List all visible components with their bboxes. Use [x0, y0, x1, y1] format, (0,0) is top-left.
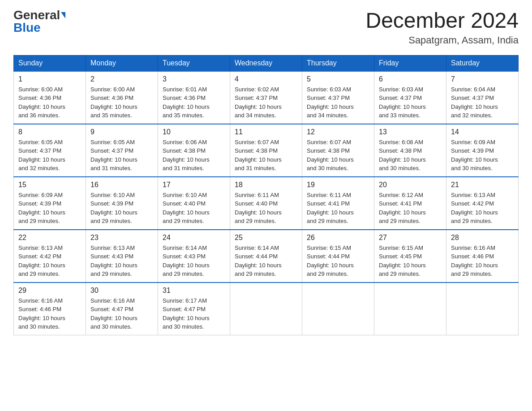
calendar-week-5: 29 Sunrise: 6:16 AMSunset: 4:46 PMDaylig… — [14, 283, 519, 335]
day-info: Sunrise: 6:11 AMSunset: 4:40 PMDaylight:… — [235, 192, 282, 225]
table-row: 24 Sunrise: 6:14 AMSunset: 4:43 PMDaylig… — [158, 230, 230, 283]
day-number: 26 — [307, 234, 369, 242]
calendar-week-4: 22 Sunrise: 6:13 AMSunset: 4:42 PMDaylig… — [14, 230, 519, 283]
day-info: Sunrise: 6:02 AMSunset: 4:37 PMDaylight:… — [235, 86, 282, 119]
table-row: 19 Sunrise: 6:11 AMSunset: 4:41 PMDaylig… — [302, 177, 374, 230]
table-row: 3 Sunrise: 6:01 AMSunset: 4:36 PMDayligh… — [158, 71, 230, 124]
day-info: Sunrise: 6:13 AMSunset: 4:43 PMDaylight:… — [90, 244, 137, 278]
day-number: 18 — [235, 181, 297, 189]
day-info: Sunrise: 6:12 AMSunset: 4:41 PMDaylight:… — [379, 192, 426, 225]
day-number: 31 — [163, 287, 225, 295]
table-row: 31 Sunrise: 6:17 AMSunset: 4:47 PMDaylig… — [158, 283, 230, 335]
table-row: 11 Sunrise: 6:07 AMSunset: 4:38 PMDaylig… — [230, 124, 302, 177]
table-row: 30 Sunrise: 6:16 AMSunset: 4:47 PMDaylig… — [86, 283, 158, 335]
table-row: 21 Sunrise: 6:13 AMSunset: 4:42 PMDaylig… — [446, 177, 519, 230]
day-info: Sunrise: 6:15 AMSunset: 4:45 PMDaylight:… — [379, 244, 426, 278]
table-row: 6 Sunrise: 6:03 AMSunset: 4:37 PMDayligh… — [374, 71, 446, 124]
day-number: 25 — [235, 234, 297, 242]
day-info: Sunrise: 6:00 AMSunset: 4:36 PMDaylight:… — [18, 86, 65, 119]
table-row: 18 Sunrise: 6:11 AMSunset: 4:40 PMDaylig… — [230, 177, 302, 230]
col-tuesday: Tuesday — [158, 55, 230, 71]
day-info: Sunrise: 6:17 AMSunset: 4:47 PMDaylight:… — [163, 297, 210, 330]
table-row: 29 Sunrise: 6:16 AMSunset: 4:46 PMDaylig… — [14, 283, 86, 335]
table-row — [302, 283, 374, 335]
day-info: Sunrise: 6:01 AMSunset: 4:36 PMDaylight:… — [163, 86, 210, 119]
day-info: Sunrise: 6:14 AMSunset: 4:43 PMDaylight:… — [163, 244, 210, 278]
table-row — [230, 283, 302, 335]
day-info: Sunrise: 6:16 AMSunset: 4:47 PMDaylight:… — [90, 297, 137, 330]
calendar-week-1: 1 Sunrise: 6:00 AMSunset: 4:36 PMDayligh… — [14, 71, 519, 124]
day-info: Sunrise: 6:09 AMSunset: 4:39 PMDaylight:… — [18, 192, 65, 225]
logo-blue-text: Blue — [13, 21, 41, 34]
calendar-week-2: 8 Sunrise: 6:05 AMSunset: 4:37 PMDayligh… — [14, 124, 519, 177]
day-info: Sunrise: 6:13 AMSunset: 4:42 PMDaylight:… — [18, 244, 65, 278]
day-info: Sunrise: 6:00 AMSunset: 4:36 PMDaylight:… — [90, 86, 137, 119]
calendar-subtitle: Sapatgram, Assam, India — [365, 34, 519, 46]
day-info: Sunrise: 6:07 AMSunset: 4:38 PMDaylight:… — [235, 139, 282, 172]
day-info: Sunrise: 6:07 AMSunset: 4:38 PMDaylight:… — [307, 139, 354, 172]
logo: General Blue — [13, 9, 65, 34]
table-row: 4 Sunrise: 6:02 AMSunset: 4:37 PMDayligh… — [230, 71, 302, 124]
day-info: Sunrise: 6:16 AMSunset: 4:46 PMDaylight:… — [18, 297, 65, 330]
calendar-title: December 2024 — [365, 9, 519, 33]
col-sunday: Sunday — [14, 55, 86, 71]
table-row: 17 Sunrise: 6:10 AMSunset: 4:40 PMDaylig… — [158, 177, 230, 230]
day-info: Sunrise: 6:03 AMSunset: 4:37 PMDaylight:… — [307, 86, 354, 119]
table-row: 27 Sunrise: 6:15 AMSunset: 4:45 PMDaylig… — [374, 230, 446, 283]
day-number: 29 — [18, 287, 81, 295]
day-number: 19 — [307, 181, 369, 189]
day-info: Sunrise: 6:03 AMSunset: 4:37 PMDaylight:… — [379, 86, 426, 119]
day-number: 14 — [451, 128, 514, 136]
day-info: Sunrise: 6:09 AMSunset: 4:39 PMDaylight:… — [451, 139, 498, 172]
table-row: 15 Sunrise: 6:09 AMSunset: 4:39 PMDaylig… — [14, 177, 86, 230]
day-info: Sunrise: 6:10 AMSunset: 4:39 PMDaylight:… — [90, 192, 137, 225]
table-row: 10 Sunrise: 6:06 AMSunset: 4:38 PMDaylig… — [158, 124, 230, 177]
table-row: 7 Sunrise: 6:04 AMSunset: 4:37 PMDayligh… — [446, 71, 519, 124]
table-row: 1 Sunrise: 6:00 AMSunset: 4:36 PMDayligh… — [14, 71, 86, 124]
table-row: 20 Sunrise: 6:12 AMSunset: 4:41 PMDaylig… — [374, 177, 446, 230]
day-info: Sunrise: 6:06 AMSunset: 4:38 PMDaylight:… — [163, 139, 210, 172]
day-number: 20 — [379, 181, 442, 189]
day-info: Sunrise: 6:16 AMSunset: 4:46 PMDaylight:… — [451, 244, 498, 278]
col-saturday: Saturday — [446, 55, 519, 71]
logo-arrow-icon — [61, 12, 65, 18]
day-number: 27 — [379, 234, 442, 242]
day-number: 4 — [235, 75, 297, 83]
day-number: 15 — [18, 181, 81, 189]
day-info: Sunrise: 6:11 AMSunset: 4:41 PMDaylight:… — [307, 192, 354, 225]
day-number: 23 — [90, 234, 153, 242]
day-number: 17 — [163, 181, 225, 189]
day-number: 5 — [307, 75, 369, 83]
day-info: Sunrise: 6:04 AMSunset: 4:37 PMDaylight:… — [451, 86, 498, 119]
day-info: Sunrise: 6:08 AMSunset: 4:38 PMDaylight:… — [379, 139, 426, 172]
table-row: 9 Sunrise: 6:05 AMSunset: 4:37 PMDayligh… — [86, 124, 158, 177]
calendar-week-3: 15 Sunrise: 6:09 AMSunset: 4:39 PMDaylig… — [14, 177, 519, 230]
day-number: 12 — [307, 128, 369, 136]
day-number: 30 — [90, 287, 153, 295]
day-number: 3 — [163, 75, 225, 83]
table-row: 26 Sunrise: 6:15 AMSunset: 4:44 PMDaylig… — [302, 230, 374, 283]
table-row: 13 Sunrise: 6:08 AMSunset: 4:38 PMDaylig… — [374, 124, 446, 177]
table-row: 16 Sunrise: 6:10 AMSunset: 4:39 PMDaylig… — [86, 177, 158, 230]
col-wednesday: Wednesday — [230, 55, 302, 71]
header-row: Sunday Monday Tuesday Wednesday Thursday… — [14, 55, 519, 71]
title-section: December 2024 Sapatgram, Assam, India — [365, 9, 519, 46]
table-row: 14 Sunrise: 6:09 AMSunset: 4:39 PMDaylig… — [446, 124, 519, 177]
day-number: 28 — [451, 234, 514, 242]
day-info: Sunrise: 6:05 AMSunset: 4:37 PMDaylight:… — [18, 139, 65, 172]
day-number: 9 — [90, 128, 153, 136]
page-header: General Blue December 2024 Sapatgram, As… — [13, 9, 519, 46]
day-info: Sunrise: 6:14 AMSunset: 4:44 PMDaylight:… — [235, 244, 282, 278]
day-number: 1 — [18, 75, 81, 83]
day-info: Sunrise: 6:10 AMSunset: 4:40 PMDaylight:… — [163, 192, 210, 225]
day-info: Sunrise: 6:13 AMSunset: 4:42 PMDaylight:… — [451, 192, 498, 225]
day-number: 22 — [18, 234, 81, 242]
table-row: 23 Sunrise: 6:13 AMSunset: 4:43 PMDaylig… — [86, 230, 158, 283]
table-row — [374, 283, 446, 335]
day-number: 8 — [18, 128, 81, 136]
day-number: 10 — [163, 128, 225, 136]
table-row: 25 Sunrise: 6:14 AMSunset: 4:44 PMDaylig… — [230, 230, 302, 283]
day-number: 2 — [90, 75, 153, 83]
table-row: 5 Sunrise: 6:03 AMSunset: 4:37 PMDayligh… — [302, 71, 374, 124]
col-friday: Friday — [374, 55, 446, 71]
